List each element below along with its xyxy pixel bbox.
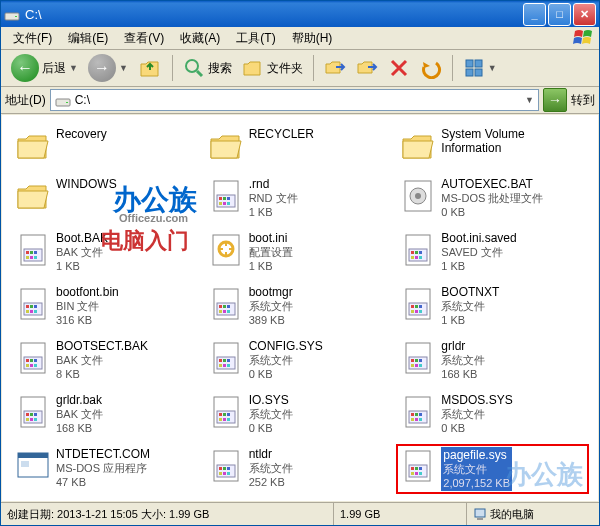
file-item[interactable]: bootmgr系统文件389 KB (204, 282, 397, 330)
svg-rect-48 (217, 303, 235, 315)
maximize-button[interactable]: □ (548, 3, 571, 26)
svg-rect-100 (219, 418, 222, 421)
file-item[interactable]: AUTOEXEC.BATMS-DOS 批处理文件0 KB (396, 174, 589, 222)
move-to-button[interactable] (320, 53, 350, 83)
svg-rect-6 (466, 69, 473, 76)
svg-rect-34 (415, 251, 418, 254)
address-label: 地址(D) (5, 92, 46, 109)
svg-rect-23 (26, 251, 29, 254)
file-label: System Volume Information (441, 127, 586, 155)
svg-rect-7 (475, 69, 482, 76)
svg-rect-96 (217, 411, 235, 423)
file-item[interactable]: Boot.BAKBAK 文件1 KB (11, 228, 204, 276)
file-item[interactable]: Recovery (11, 124, 204, 168)
file-item[interactable]: MSDOS.SYS系统文件0 KB (396, 390, 589, 438)
svg-rect-56 (409, 303, 427, 315)
file-item[interactable]: grldr.bakBAK 文件168 KB (11, 390, 204, 438)
file-item[interactable]: BOOTSECT.BAKBAK 文件8 KB (11, 336, 204, 384)
file-item[interactable]: WINDOWS (11, 174, 204, 222)
svg-rect-84 (411, 364, 414, 367)
file-item[interactable]: boot.ini配置设置1 KB (204, 228, 397, 276)
svg-rect-120 (223, 472, 226, 475)
window-title: C:\ (25, 7, 523, 22)
file-label: Recovery (56, 127, 107, 141)
file-icon (207, 447, 245, 485)
copy-to-icon (356, 57, 378, 79)
file-label: bootmgr系统文件389 KB (249, 285, 293, 327)
chevron-down-icon[interactable]: ▼ (525, 95, 534, 105)
menu-tools[interactable]: 工具(T) (228, 28, 283, 49)
svg-rect-17 (227, 202, 230, 205)
delete-icon (388, 57, 410, 79)
svg-rect-92 (26, 418, 29, 421)
file-item[interactable]: .rndRND 文件1 KB (204, 174, 397, 222)
svg-rect-90 (30, 413, 33, 416)
file-item[interactable]: NTDETECT.COMMS-DOS 应用程序47 KB (11, 444, 204, 494)
file-item[interactable]: System Volume Information (396, 124, 589, 168)
svg-rect-62 (419, 310, 422, 313)
address-field[interactable]: C:\ ▼ (50, 89, 539, 111)
file-item[interactable]: ntldr系统文件252 KB (204, 444, 397, 494)
svg-rect-101 (223, 418, 226, 421)
svg-rect-36 (411, 256, 414, 259)
svg-line-3 (197, 71, 202, 76)
file-label: grldr.bakBAK 文件168 KB (56, 393, 103, 435)
up-button[interactable] (134, 53, 166, 83)
svg-rect-124 (411, 467, 414, 470)
svg-rect-117 (223, 467, 226, 470)
menu-view[interactable]: 查看(V) (116, 28, 172, 49)
folders-button[interactable]: 文件夹 (238, 53, 307, 83)
svg-rect-119 (219, 472, 222, 475)
status-location: 我的电脑 (467, 503, 599, 525)
forward-button[interactable]: → ▼ (84, 53, 132, 83)
svg-rect-32 (409, 249, 427, 261)
go-button[interactable]: → (543, 88, 567, 112)
svg-rect-102 (227, 418, 230, 421)
svg-rect-113 (21, 461, 29, 467)
svg-rect-46 (34, 310, 37, 313)
file-icon (399, 447, 437, 485)
svg-rect-4 (466, 60, 473, 67)
status-created: 创建日期: 2013-1-21 15:05 大小: 1.99 GB (1, 503, 334, 525)
file-label: .rndRND 文件1 KB (249, 177, 298, 219)
file-item[interactable]: BOOTNXT系统文件1 KB (396, 282, 589, 330)
minimize-button[interactable]: _ (523, 3, 546, 26)
svg-rect-73 (219, 359, 222, 362)
svg-rect-67 (34, 359, 37, 362)
file-item[interactable]: RECYCLER (204, 124, 397, 168)
file-item[interactable]: Boot.ini.savedSAVED 文件1 KB (396, 228, 589, 276)
search-button[interactable]: 搜索 (179, 53, 236, 83)
svg-rect-108 (411, 418, 414, 421)
svg-rect-115 (217, 465, 235, 477)
svg-rect-97 (219, 413, 222, 416)
svg-rect-26 (26, 256, 29, 259)
file-item[interactable]: bootfont.binBIN 文件316 KB (11, 282, 204, 330)
undo-button[interactable] (416, 53, 446, 83)
menu-help[interactable]: 帮助(H) (284, 28, 341, 49)
svg-rect-45 (30, 310, 33, 313)
file-item[interactable]: IO.SYS系统文件0 KB (204, 390, 397, 438)
svg-rect-80 (409, 357, 427, 369)
delete-button[interactable] (384, 53, 414, 83)
menu-edit[interactable]: 编辑(E) (60, 28, 116, 49)
file-item[interactable]: pagefile.sys系统文件2,097,152 KB (396, 444, 589, 494)
close-button[interactable]: ✕ (573, 3, 596, 26)
menu-favorites[interactable]: 收藏(A) (172, 28, 228, 49)
copy-to-button[interactable] (352, 53, 382, 83)
file-item[interactable]: grldr系统文件168 KB (396, 336, 589, 384)
views-button[interactable]: ▼ (459, 53, 501, 83)
back-button[interactable]: ← 后退 ▼ (7, 53, 82, 83)
svg-rect-83 (419, 359, 422, 362)
svg-rect-125 (415, 467, 418, 470)
statusbar: 创建日期: 2013-1-21 15:05 大小: 1.99 GB 1.99 G… (1, 502, 599, 525)
folder-icon (14, 177, 52, 215)
svg-rect-85 (415, 364, 418, 367)
svg-rect-116 (219, 467, 222, 470)
titlebar: C:\ _ □ ✕ (1, 1, 599, 27)
svg-rect-86 (419, 364, 422, 367)
file-item[interactable]: CONFIG.SYS系统文件0 KB (204, 336, 397, 384)
file-label: pagefile.sys系统文件2,097,152 KB (441, 447, 512, 491)
file-list[interactable]: RecoveryRECYCLERSystem Volume Informatio… (2, 115, 598, 501)
file-label: BOOTSECT.BAKBAK 文件8 KB (56, 339, 148, 381)
menu-file[interactable]: 文件(F) (5, 28, 60, 49)
